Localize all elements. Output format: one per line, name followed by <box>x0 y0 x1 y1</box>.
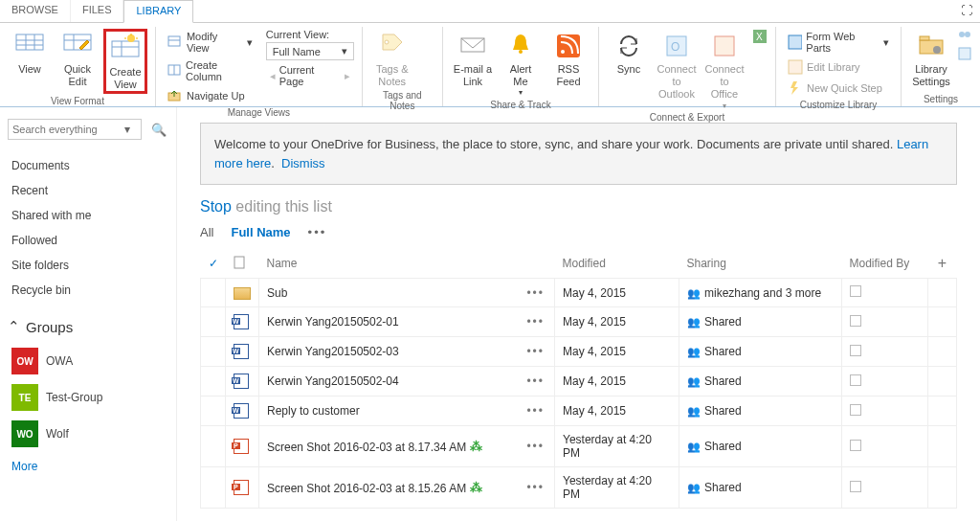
main-content: Welcome to your OneDrive for Business, t… <box>177 107 980 521</box>
row-select[interactable] <box>201 279 226 307</box>
file-name-cell[interactable]: Screen Shot 2016-02-03 at 8.17.34 AM⁂••• <box>259 426 555 467</box>
modified-by-cell[interactable] <box>842 367 928 396</box>
view-all[interactable]: All <box>200 225 213 239</box>
quick-edit-button[interactable]: Quick Edit <box>56 29 100 94</box>
sharing-cell[interactable]: 👥Shared <box>679 467 842 509</box>
chevron-down-icon: ▾ <box>519 88 523 98</box>
table-row[interactable]: Sub•••May 4, 2015👥mikezhang and 3 more <box>201 279 957 307</box>
table-row[interactable]: Kerwin Yang20150502-04•••May 4, 2015👥Sha… <box>201 367 957 396</box>
select-all[interactable]: ✓ <box>201 249 226 279</box>
rss-feed-button[interactable]: RSS Feed <box>546 29 590 98</box>
file-name-cell[interactable]: Kerwin Yang20150502-01••• <box>259 307 555 337</box>
email-link-button[interactable]: E-mail a Link <box>451 29 495 98</box>
nav-item[interactable]: Followed <box>8 228 168 253</box>
table-row[interactable]: Screen Shot 2016-02-03 at 8.17.34 AM⁂•••… <box>201 426 957 467</box>
sharing-cell[interactable]: 👥Shared <box>679 337 842 367</box>
file-name-cell[interactable]: Reply to customer••• <box>259 396 555 426</box>
dismiss-link[interactable]: Dismiss <box>281 156 325 170</box>
file-name-cell[interactable]: Screen Shot 2016-02-03 at 8.15.26 AM⁂••• <box>259 467 555 509</box>
modified-by-cell[interactable] <box>842 307 928 337</box>
nav-item[interactable]: Recycle bin <box>8 278 168 303</box>
form-web-parts-button[interactable]: Form Web Parts ▾ <box>784 29 893 56</box>
row-select[interactable] <box>201 367 226 396</box>
modified-by-cell[interactable] <box>842 279 928 307</box>
row-menu-icon[interactable]: ••• <box>526 481 545 494</box>
nav-item[interactable]: Documents <box>8 153 168 178</box>
col-modified[interactable]: Modified <box>555 249 679 279</box>
search-scope-dropdown[interactable]: ▾ <box>124 123 130 136</box>
file-name-cell[interactable]: Kerwin Yang20150502-03••• <box>259 337 555 367</box>
file-name-cell[interactable]: Sub••• <box>259 279 555 307</box>
col-modified-by[interactable]: Modified By <box>842 249 928 279</box>
folder-gear-icon <box>916 31 947 61</box>
create-column-button[interactable]: Create Column <box>164 57 256 84</box>
current-view-dropdown[interactable]: Full Name▾ <box>266 42 354 60</box>
modified-by-cell[interactable] <box>842 467 928 509</box>
more-link[interactable]: More <box>8 452 168 481</box>
table-row[interactable]: Kerwin Yang20150502-03•••May 4, 2015👥Sha… <box>201 337 957 367</box>
groups-header[interactable]: ⌃Groups <box>8 318 168 335</box>
create-view-button[interactable]: Create View <box>103 29 147 94</box>
view-button[interactable]: View <box>8 29 52 94</box>
current-page-pager[interactable]: ◂ Current Page ▸ <box>266 62 354 89</box>
view-full-name[interactable]: Full Name <box>231 225 290 239</box>
type-header[interactable] <box>226 249 259 279</box>
view-more-icon[interactable]: ••• <box>308 225 327 239</box>
search-input[interactable] <box>8 119 142 140</box>
row-select[interactable] <box>201 307 226 337</box>
col-name[interactable]: Name <box>259 249 555 279</box>
sharing-cell[interactable]: 👥Shared <box>679 426 842 467</box>
sharing-cell[interactable]: 👥Shared <box>679 396 842 426</box>
modified-by-cell[interactable] <box>842 396 928 426</box>
row-menu-icon[interactable]: ••• <box>526 345 545 358</box>
sharing-cell[interactable]: 👥Shared <box>679 307 842 337</box>
library-settings-button[interactable]: Library Settings <box>909 29 953 92</box>
sync-button[interactable]: Sync <box>607 29 651 110</box>
search-icon[interactable]: 🔍 <box>151 123 167 137</box>
table-row[interactable]: Kerwin Yang20150502-01•••May 4, 2015👥Sha… <box>201 307 957 337</box>
row-menu-icon[interactable]: ••• <box>526 404 545 418</box>
stop-link[interactable]: Stop <box>200 198 232 215</box>
navigate-up-button[interactable]: Navigate Up <box>164 86 256 105</box>
row-menu-icon[interactable]: ••• <box>526 315 545 328</box>
modified-cell: Yesterday at 4:20 PM <box>555 426 679 467</box>
row-select[interactable] <box>201 426 226 467</box>
fullscreen-icon[interactable]: ⛶ <box>961 4 972 17</box>
row-menu-icon[interactable]: ••• <box>526 286 545 300</box>
tab-library[interactable]: LIBRARY <box>123 0 193 23</box>
tab-files[interactable]: FILES <box>71 0 124 22</box>
svg-text:X: X <box>756 32 763 42</box>
row-menu-icon[interactable]: ••• <box>526 440 545 453</box>
people-icon: 👥 <box>687 346 701 357</box>
tab-browse[interactable]: BROWSE <box>0 0 71 22</box>
extra-cell <box>928 426 957 467</box>
nav-item[interactable]: Recent <box>8 178 168 203</box>
nav-item[interactable]: Site folders <box>8 253 168 278</box>
sharing-cell[interactable]: 👥mikezhang and 3 more <box>679 279 842 307</box>
group-item[interactable]: OWOWA <box>8 343 168 379</box>
table-row[interactable]: Screen Shot 2016-02-03 at 8.15.26 AM⁂•••… <box>201 467 957 509</box>
modified-cell: May 4, 2015 <box>555 279 679 307</box>
col-sharing[interactable]: Sharing <box>679 249 842 279</box>
table-row[interactable]: Reply to customer•••May 4, 2015👥Shared <box>201 396 957 426</box>
sharing-cell[interactable]: 👥Shared <box>679 367 842 396</box>
row-select[interactable] <box>201 396 226 426</box>
row-select[interactable] <box>201 467 226 509</box>
group-tile: OW <box>11 348 38 374</box>
alert-me-button[interactable]: Alert Me▾ <box>499 29 543 98</box>
group-item[interactable]: WOWolf <box>8 416 168 452</box>
svg-rect-37 <box>959 48 970 59</box>
chevron-down-icon: ▾ <box>883 36 889 49</box>
svg-rect-33 <box>920 36 929 40</box>
svg-rect-31 <box>789 60 802 74</box>
modified-by-cell[interactable] <box>842 426 928 467</box>
row-menu-icon[interactable]: ••• <box>526 374 545 388</box>
modify-view-button[interactable]: Modify View ▾ <box>164 29 256 56</box>
search-box: ▾ 🔍 <box>8 119 168 140</box>
add-column[interactable]: + <box>928 249 957 279</box>
file-name-cell[interactable]: Kerwin Yang20150502-04••• <box>259 367 555 396</box>
nav-item[interactable]: Shared with me <box>8 203 168 228</box>
group-item[interactable]: TETest-Group <box>8 379 168 416</box>
row-select[interactable] <box>201 337 226 367</box>
modified-by-cell[interactable] <box>842 337 928 367</box>
